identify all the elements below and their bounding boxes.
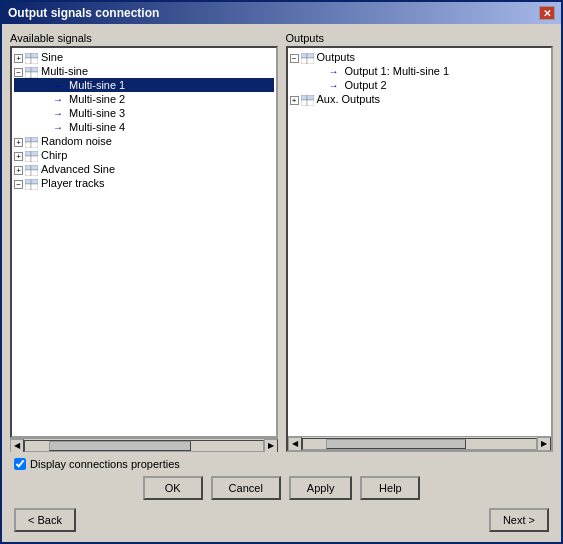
svg-rect-34 xyxy=(307,58,314,64)
expand-icon-multi-sine-3[interactable] xyxy=(42,107,53,119)
svg-rect-14 xyxy=(31,142,38,148)
ok-button[interactable]: OK xyxy=(143,476,203,500)
available-signals-hscroll[interactable]: ◀ ▶ xyxy=(10,438,278,452)
svg-rect-1 xyxy=(25,53,31,58)
node-icon-advanced-sine xyxy=(25,163,39,175)
checkbox-row: Display connections properties xyxy=(10,458,553,470)
svg-rect-18 xyxy=(25,156,31,162)
tree-label-multi-sine-4: Multi-sine 4 xyxy=(69,121,125,133)
nav-row: < Back Next > xyxy=(10,506,553,534)
svg-rect-3 xyxy=(25,58,31,64)
tree-item-output1[interactable]: →Output 1: Multi-sine 1 xyxy=(290,64,550,78)
tree-item-advanced-sine[interactable]: + Advanced Sine xyxy=(14,162,274,176)
svg-rect-28 xyxy=(25,184,31,190)
expand-icon-multi-sine-2[interactable] xyxy=(42,93,53,105)
svg-rect-23 xyxy=(25,170,31,176)
svg-rect-11 xyxy=(25,137,31,142)
output-signals-window: Output signals connection ✕ Available si… xyxy=(0,0,563,544)
node-icon-multi-sine-1: → xyxy=(53,79,67,91)
svg-rect-26 xyxy=(25,179,31,184)
display-connections-checkbox[interactable] xyxy=(14,458,26,470)
expand-icon-output2[interactable] xyxy=(318,79,329,91)
tree-label-aux-outputs: Aux. Outputs xyxy=(317,93,381,105)
window-title: Output signals connection xyxy=(8,6,159,20)
hscroll-track[interactable] xyxy=(24,440,264,452)
left-section: Available signals + Sine− Multi-sine→Mul… xyxy=(10,32,278,452)
tree-item-random-noise[interactable]: + Random noise xyxy=(14,134,274,148)
tree-item-multi-sine-2[interactable]: →Multi-sine 2 xyxy=(14,92,274,106)
node-icon-chirp xyxy=(25,149,39,161)
buttons-row: OK Cancel Apply Help xyxy=(10,476,553,500)
expand-icon-player-tracks[interactable]: − xyxy=(14,177,25,189)
available-signals-label: Available signals xyxy=(10,32,278,44)
outputs-tree[interactable]: − Outputs→Output 1: Multi-sine 1→Output … xyxy=(288,48,552,436)
svg-rect-16 xyxy=(25,151,31,156)
right-section: Outputs − Outputs→Output 1: Multi-sine 1… xyxy=(286,32,554,452)
tree-label-multi-sine-2: Multi-sine 2 xyxy=(69,93,125,105)
help-button[interactable]: Help xyxy=(360,476,420,500)
svg-rect-24 xyxy=(31,170,38,176)
svg-rect-6 xyxy=(25,67,31,72)
tree-item-multi-sine-4[interactable]: →Multi-sine 4 xyxy=(14,120,274,134)
svg-rect-4 xyxy=(31,58,38,64)
expand-icon-outputs-root[interactable]: − xyxy=(290,51,301,63)
close-button[interactable]: ✕ xyxy=(539,6,555,20)
outputs-label: Outputs xyxy=(286,32,554,44)
expand-icon-chirp[interactable]: + xyxy=(14,149,25,161)
svg-rect-12 xyxy=(31,137,38,142)
bottom-area: Display connections properties OK Cancel… xyxy=(10,458,553,534)
tree-label-multi-sine-3: Multi-sine 3 xyxy=(69,107,125,119)
node-icon-output2: → xyxy=(329,79,343,91)
svg-rect-38 xyxy=(301,100,307,106)
expand-icon-sine[interactable]: + xyxy=(14,51,25,63)
expand-icon-output1[interactable] xyxy=(318,65,329,77)
node-icon-multi-sine-4: → xyxy=(53,121,67,133)
expand-icon-multi-sine-4[interactable] xyxy=(42,121,53,133)
cancel-button[interactable]: Cancel xyxy=(211,476,281,500)
back-button[interactable]: < Back xyxy=(14,508,76,532)
next-button[interactable]: Next > xyxy=(489,508,549,532)
panels-row: Available signals + Sine− Multi-sine→Mul… xyxy=(10,32,553,452)
svg-rect-36 xyxy=(301,95,307,100)
svg-rect-9 xyxy=(31,72,38,78)
tree-item-aux-outputs[interactable]: + Aux. Outputs xyxy=(290,92,550,106)
expand-icon-aux-outputs[interactable]: + xyxy=(290,93,301,105)
svg-rect-2 xyxy=(31,53,38,58)
tree-label-player-tracks: Player tracks xyxy=(41,177,105,189)
outputs-hscroll[interactable]: ◀ ▶ xyxy=(288,436,552,450)
expand-icon-multi-sine-1[interactable] xyxy=(42,79,53,91)
node-icon-outputs-root xyxy=(301,51,315,63)
tree-item-chirp[interactable]: + Chirp xyxy=(14,148,274,162)
tree-item-output2[interactable]: →Output 2 xyxy=(290,78,550,92)
outputs-hscroll-left[interactable]: ◀ xyxy=(288,437,302,451)
svg-rect-29 xyxy=(31,184,38,190)
node-icon-player-tracks xyxy=(25,177,39,189)
svg-rect-7 xyxy=(31,67,38,72)
tree-item-player-tracks[interactable]: − Player tracks xyxy=(14,176,274,190)
expand-icon-random-noise[interactable]: + xyxy=(14,135,25,147)
svg-rect-17 xyxy=(31,151,38,156)
window-content: Available signals + Sine− Multi-sine→Mul… xyxy=(2,24,561,542)
tree-label-multi-sine: Multi-sine xyxy=(41,65,88,77)
node-icon-multi-sine-2: → xyxy=(53,93,67,105)
svg-rect-19 xyxy=(31,156,38,162)
svg-rect-39 xyxy=(307,100,314,106)
node-icon-random-noise xyxy=(25,135,39,147)
tree-item-multi-sine-1[interactable]: →Multi-sine 1 xyxy=(14,78,274,92)
expand-icon-advanced-sine[interactable]: + xyxy=(14,163,25,175)
apply-button[interactable]: Apply xyxy=(289,476,353,500)
hscroll-left-btn[interactable]: ◀ xyxy=(10,439,24,453)
tree-item-multi-sine[interactable]: − Multi-sine xyxy=(14,64,274,78)
tree-item-multi-sine-3[interactable]: →Multi-sine 3 xyxy=(14,106,274,120)
outputs-hscroll-track[interactable] xyxy=(302,438,538,450)
hscroll-right-btn[interactable]: ▶ xyxy=(264,439,278,453)
tree-label-output2: Output 2 xyxy=(345,79,387,91)
available-signals-tree[interactable]: + Sine− Multi-sine→Multi-sine 1→Multi-si… xyxy=(10,46,278,438)
tree-item-outputs-root[interactable]: − Outputs xyxy=(290,50,550,64)
expand-icon-multi-sine[interactable]: − xyxy=(14,65,25,77)
tree-label-advanced-sine: Advanced Sine xyxy=(41,163,115,175)
outputs-hscroll-right[interactable]: ▶ xyxy=(537,437,551,451)
display-connections-label: Display connections properties xyxy=(30,458,180,470)
svg-rect-22 xyxy=(31,165,38,170)
tree-item-sine[interactable]: + Sine xyxy=(14,50,274,64)
